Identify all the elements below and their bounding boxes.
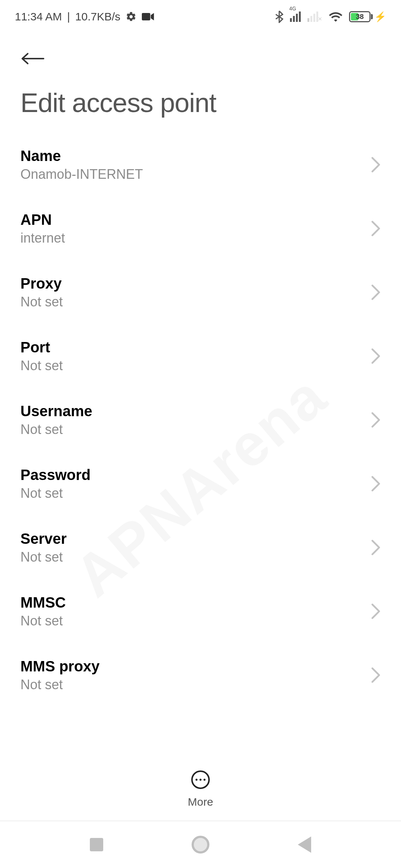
row-password[interactable]: Password Not set (20, 452, 381, 516)
more-button[interactable]: More (188, 770, 213, 808)
signal-4g-icon: 4G (290, 11, 301, 22)
row-value: Not set (20, 294, 371, 310)
row-label: APN (20, 211, 371, 228)
signal-nosim-icon: ✕ (307, 11, 322, 22)
more-icon (190, 770, 211, 791)
row-value: Not set (20, 549, 371, 565)
status-left: 11:34 AM | 10.7KB/s (15, 10, 154, 23)
chevron-right-icon (371, 476, 381, 492)
nav-back-button[interactable] (293, 834, 316, 856)
row-proxy[interactable]: Proxy Not set (20, 260, 381, 324)
charging-icon: ⚡ (374, 11, 386, 23)
back-button[interactable] (19, 45, 47, 73)
row-apn[interactable]: APN internet (20, 197, 381, 260)
chevron-right-icon (371, 412, 381, 428)
status-bar: 11:34 AM | 10.7KB/s 4G ✕ (0, 0, 401, 33)
row-server[interactable]: Server Not set (20, 516, 381, 579)
nav-recent-button[interactable] (85, 834, 108, 856)
bluetooth-icon (275, 10, 283, 23)
battery-icon: 38 ⚡ (349, 11, 386, 23)
chevron-right-icon (371, 348, 381, 364)
chevron-right-icon (371, 157, 381, 173)
row-port[interactable]: Port Not set (20, 324, 381, 388)
settings-icon (125, 11, 137, 22)
row-value: Onamob-INTERNET (20, 167, 371, 182)
svg-point-3 (199, 779, 201, 780)
row-name[interactable]: Name Onamob-INTERNET (20, 133, 381, 197)
video-icon (142, 12, 154, 21)
chevron-right-icon (371, 667, 381, 683)
row-label: Server (20, 530, 371, 547)
chevron-right-icon (371, 603, 381, 619)
row-value: Not set (20, 486, 371, 501)
status-time: 11:34 AM (15, 10, 62, 23)
row-value: Not set (20, 358, 371, 374)
status-right: 4G ✕ 38 ⚡ (275, 10, 386, 23)
wifi-icon (329, 11, 342, 22)
row-label: Port (20, 339, 371, 356)
row-value: Not set (20, 422, 371, 437)
row-value: Not set (20, 613, 371, 629)
chevron-right-icon (371, 220, 381, 237)
svg-point-4 (203, 779, 205, 780)
row-label: Name (20, 148, 371, 164)
row-mms-proxy[interactable]: MMS proxy Not set (20, 643, 381, 707)
row-username[interactable]: Username Not set (20, 388, 381, 452)
status-separator: | (67, 10, 70, 23)
svg-point-2 (195, 779, 197, 780)
row-label: MMSC (20, 594, 371, 611)
row-label: Username (20, 403, 371, 420)
row-value: Not set (20, 677, 371, 693)
svg-rect-0 (142, 13, 150, 20)
page-title: Edit access point (0, 73, 401, 133)
bottom-action-bar: More (0, 757, 401, 821)
system-nav-bar (0, 821, 401, 868)
settings-list: Name Onamob-INTERNET APN internet Proxy … (0, 133, 401, 823)
row-label: Proxy (20, 275, 371, 292)
status-net-rate: 10.7KB/s (75, 10, 121, 23)
row-label: Password (20, 467, 371, 483)
row-label: MMS proxy (20, 658, 371, 675)
row-mmsc[interactable]: MMSC Not set (20, 579, 381, 643)
more-label: More (188, 796, 213, 808)
app-bar (0, 33, 401, 73)
nav-home-button[interactable] (189, 834, 212, 856)
chevron-right-icon (371, 539, 381, 556)
chevron-right-icon (371, 284, 381, 300)
row-value: internet (20, 230, 371, 246)
